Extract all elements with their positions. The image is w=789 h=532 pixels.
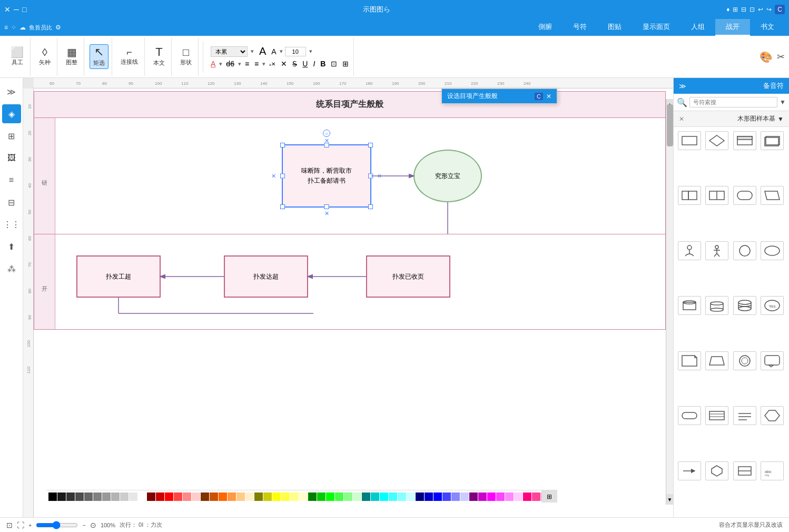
color-swatch[interactable] (281, 492, 290, 501)
color-swatch[interactable] (219, 492, 227, 501)
color-swatch[interactable] (398, 492, 406, 501)
align-icon[interactable]: ≡ (254, 60, 259, 68)
shape-rect2[interactable] (733, 131, 756, 150)
panel-table-btn[interactable]: ⊟ (2, 193, 21, 212)
search-filter-icon[interactable]: ▼ (780, 98, 786, 106)
shape-extra[interactable]: abcefg (761, 461, 784, 480)
close-library-btn[interactable]: ✕ (679, 115, 684, 123)
toolbar-btn-select[interactable]: ↖ 矩选 (90, 44, 109, 69)
handle-tr[interactable] (368, 143, 373, 147)
font-color-icon[interactable]: A (211, 60, 215, 68)
menu-item-image[interactable]: 图贴 (597, 19, 632, 36)
font-more-icon[interactable]: ▾ (280, 48, 283, 55)
paint-icon[interactable]: 🎨 (760, 51, 773, 63)
color-swatch[interactable] (66, 492, 75, 501)
shape-research[interactable]: 究形立宝 (413, 150, 482, 202)
scroll-thumb[interactable] (667, 104, 673, 146)
panel-misc-btn[interactable]: ⁂ (2, 259, 21, 278)
font-size-large-icon[interactable]: A (259, 45, 266, 57)
color-swatch[interactable] (460, 492, 469, 501)
color-swatch[interactable] (48, 492, 57, 501)
toolbar-btn-shape[interactable]: □ 形状 (177, 45, 195, 68)
titlebar-icon-3[interactable]: ⊟ (741, 6, 746, 13)
search-input[interactable] (689, 97, 777, 107)
color-swatch[interactable] (496, 492, 505, 501)
titlebar-undo-icon[interactable]: ↩ (758, 6, 763, 13)
lane-content-1[interactable]: ○ ✕ ✕ ✕ ✕ 味断阵，断营取市 扑工备邮请书 究形 (55, 118, 665, 234)
border-icon[interactable]: ⊡ (331, 60, 337, 68)
color-swatch[interactable] (505, 492, 514, 501)
vertical-scrollbar[interactable]: ▲ ▼ (666, 99, 673, 505)
panel-shapes-btn[interactable]: ⊞ (2, 126, 21, 145)
handle-mr[interactable] (368, 174, 373, 179)
canvas-content[interactable]: 统系目项产生般般 研 (34, 88, 673, 517)
scissors-icon[interactable]: ✂ (777, 51, 785, 63)
shape-parallelogram[interactable] (761, 186, 784, 205)
shape-split[interactable] (678, 186, 701, 205)
titlebar-left-icons[interactable]: ✕ ─ □ (4, 5, 26, 14)
menu-item-book[interactable]: 书文 (750, 19, 785, 36)
shape-note[interactable] (678, 351, 701, 370)
color-swatch[interactable] (192, 492, 200, 501)
toolbar-btn-vector[interactable]: ◊ 矢种 (36, 45, 54, 68)
shape-rounded[interactable] (733, 186, 756, 205)
delete-left-icon[interactable]: ✕ (271, 173, 276, 180)
popup-close-btn[interactable]: ✕ (546, 93, 551, 100)
align-left-icon[interactable]: ≡ (245, 60, 249, 68)
font-size-dropdown[interactable]: ▾ (309, 48, 312, 55)
toolbar-btn-text[interactable]: T 本文 (150, 45, 168, 68)
fullscreen-icon[interactable]: ⛶ (17, 521, 24, 529)
color-swatch[interactable] (407, 492, 415, 501)
handle-ml[interactable] (280, 174, 285, 179)
menu-item-side[interactable]: 側腑 (528, 19, 563, 36)
lane-content-2[interactable]: 扑发工超 扑发达超 扑发已收页 (55, 234, 665, 329)
color-swatch[interactable] (344, 492, 352, 501)
delete-top-icon[interactable]: ✕ (324, 137, 329, 144)
color-swatch[interactable] (75, 492, 84, 501)
handle-bm[interactable] (324, 204, 329, 209)
color-swatch[interactable] (138, 492, 146, 501)
color-swatch[interactable] (147, 492, 155, 501)
menubar-left[interactable]: ≡ ⁘ ☁ 鱼首员比 ⚙ (4, 24, 61, 32)
library-expand-btn[interactable]: ▼ (777, 115, 784, 123)
scroll-down-btn[interactable]: ▼ (666, 494, 673, 505)
toolbar-btn-connector[interactable]: ⌐ 连接线 (117, 46, 141, 67)
color-swatch[interactable] (523, 492, 531, 501)
toolbar-btn-tool[interactable]: ⬜ 具工 (7, 45, 27, 68)
shape-oval[interactable] (761, 241, 784, 260)
color-swatch[interactable] (236, 492, 245, 501)
rotate-handle[interactable]: ○ (323, 130, 330, 137)
color-swatch[interactable] (425, 492, 433, 501)
zoom-minus-icon[interactable]: − (82, 522, 85, 528)
color-swatch[interactable] (514, 492, 522, 501)
panel-select-btn[interactable]: ◈ (2, 104, 21, 123)
color-swatch[interactable] (156, 492, 164, 501)
color-swatch[interactable] (272, 492, 281, 501)
color-swatch[interactable] (245, 492, 254, 501)
shape-database[interactable] (733, 296, 756, 315)
shape-shield[interactable] (705, 461, 728, 480)
panel-layers-btn[interactable]: ≡ (2, 171, 21, 190)
color-swatch[interactable] (228, 492, 236, 501)
handle-tl[interactable] (280, 143, 285, 147)
zoom-reset-icon[interactable]: ⊙ (90, 521, 96, 529)
shape-cylinder[interactable] (678, 296, 701, 315)
shape-hexagon[interactable] (761, 406, 784, 425)
color-swatch[interactable] (371, 492, 379, 501)
shape-rounded-rect[interactable] (678, 406, 701, 425)
titlebar-icon-1[interactable]: ♦ (726, 6, 729, 13)
color-swatch[interactable] (451, 492, 460, 501)
strikethrough2-icon[interactable]: S̶ (292, 60, 297, 68)
panel-upload-btn[interactable]: ⬆ (2, 237, 21, 256)
delete-right-icon[interactable]: ✕ (377, 173, 382, 180)
shape-rect3[interactable] (761, 131, 784, 150)
menu-item-page[interactable]: 显示面页 (632, 19, 680, 36)
titlebar-icon-2[interactable]: ⊞ (733, 6, 738, 13)
delete-bottom-icon[interactable]: ✕ (324, 210, 329, 217)
palette-more-btn[interactable]: ⊞ (541, 490, 557, 503)
bold-icon[interactable]: B (320, 60, 326, 68)
handle-bl[interactable] (280, 204, 285, 209)
color-swatch[interactable] (201, 492, 209, 501)
color-swatch[interactable] (120, 492, 129, 501)
shape-cylinder2[interactable] (705, 296, 728, 315)
